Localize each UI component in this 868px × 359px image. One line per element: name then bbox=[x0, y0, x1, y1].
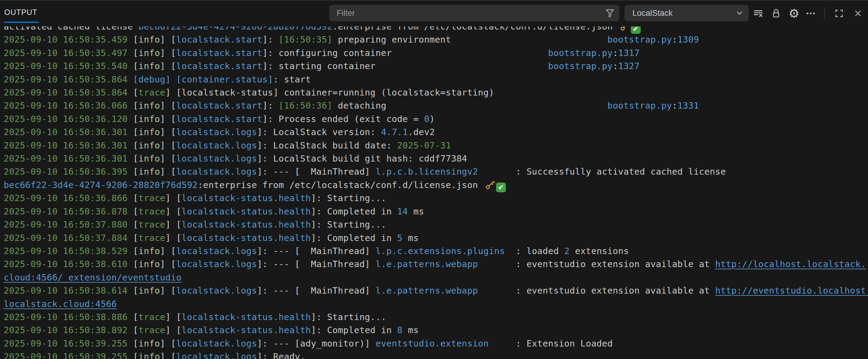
file-link[interactable]: bootstrap.py bbox=[608, 100, 672, 111]
more-actions-icon bbox=[806, 8, 816, 19]
log-line: 2025-09-10 16:50:35.497 [info] [localsta… bbox=[0, 46, 868, 60]
log-text: 2 bbox=[564, 246, 570, 256]
log-text: [ bbox=[133, 351, 138, 359]
file-link[interactable]: 1327 bbox=[618, 61, 640, 71]
log-text: ]: bbox=[257, 140, 273, 151]
log-text: 2025-09-10 16:50:37.884 bbox=[4, 233, 133, 243]
log-text: 2025-09-10 16:50:36.878 bbox=[4, 206, 133, 217]
filter-icon[interactable] bbox=[605, 8, 615, 18]
log-text: localstack.start bbox=[176, 48, 262, 58]
channel-select[interactable]: LocalStack bbox=[624, 5, 749, 21]
panel-header: OUTPUT LocalStack bbox=[0, 0, 868, 27]
file-link[interactable]: bootstrap.py bbox=[548, 48, 613, 58]
log-line: 2025-09-10 16:50:37.880 [trace] [localst… bbox=[0, 218, 868, 231]
log-text: --- [ MainThread] bbox=[273, 246, 376, 256]
log-text: ] [ bbox=[160, 61, 176, 71]
log-line: 2025-09-10 16:50:35.540 [info] [localsta… bbox=[0, 60, 868, 73]
log-text: ]: bbox=[262, 34, 278, 45]
log-text: : loaded bbox=[505, 246, 564, 256]
log-text: [ bbox=[133, 166, 138, 177]
clear-output-button[interactable] bbox=[751, 7, 765, 20]
log-text: Starting... bbox=[327, 219, 386, 230]
log-text: --- [ MainThread] bbox=[273, 285, 376, 296]
log-text: ]: bbox=[262, 48, 278, 58]
url-link[interactable]: http://eventstudio.localhost. bbox=[715, 285, 868, 296]
log-text: trace bbox=[138, 312, 165, 322]
log-text: ]: bbox=[257, 338, 273, 349]
log-text: trace bbox=[138, 219, 165, 230]
log-text: [ bbox=[133, 233, 138, 243]
log-text: l.e.patterns.webapp bbox=[376, 285, 478, 296]
file-link[interactable]: 1331 bbox=[678, 100, 699, 111]
log-text: extensions bbox=[570, 246, 629, 256]
log-text: ms bbox=[403, 325, 419, 335]
gear-icon: ⚙ bbox=[788, 7, 800, 20]
log-text: ]: bbox=[311, 219, 327, 230]
key-emoji bbox=[485, 180, 495, 190]
log-line: 2025-09-10 16:50:37.884 [trace] [localst… bbox=[0, 231, 868, 244]
log-output: activated cached license bec66f22-3d4e-4… bbox=[0, 20, 868, 359]
more-actions-button[interactable] bbox=[804, 7, 817, 20]
log-text: : bbox=[613, 61, 618, 71]
log-text: ms bbox=[403, 233, 419, 243]
log-line: 2025-09-10 16:50:35.864 [debug] [contain… bbox=[0, 73, 868, 86]
log-text: Ready. bbox=[273, 351, 306, 359]
log-text: info bbox=[138, 285, 160, 296]
log-text: ] [ bbox=[160, 140, 176, 151]
log-text: localstack-status.health bbox=[181, 206, 311, 217]
log-text: LocalStack build date: bbox=[273, 140, 397, 151]
log-text: ]: bbox=[311, 206, 327, 217]
log-text: info bbox=[138, 34, 160, 45]
log-text: [ bbox=[133, 34, 138, 45]
log-text: Starting... bbox=[327, 312, 386, 322]
url-link[interactable]: localstack.cloud:4566 bbox=[4, 299, 117, 309]
log-text: info bbox=[138, 338, 160, 349]
log-text: 2025-09-10 16:50:36.866 bbox=[4, 193, 133, 203]
tab-output[interactable]: OUTPUT bbox=[4, 1, 37, 24]
file-link[interactable]: 1309 bbox=[678, 34, 699, 45]
log-text: localstack.start bbox=[176, 34, 262, 45]
log-text bbox=[451, 34, 608, 45]
log-text: info bbox=[138, 61, 160, 71]
log-text: localstack.logs bbox=[176, 166, 257, 177]
log-line: 2025-09-10 16:50:36.395 [info] [localsta… bbox=[0, 165, 868, 178]
log-text: [ bbox=[133, 338, 138, 349]
log-text: l.p.c.b.licensingv2 bbox=[376, 166, 478, 177]
log-text: 2025-09-10 16:50:38.886 bbox=[4, 312, 133, 322]
log-text: [ bbox=[133, 114, 138, 124]
log-text: localstack.start bbox=[176, 61, 262, 71]
log-text: : bbox=[672, 34, 678, 45]
log-text: Starting... bbox=[327, 193, 386, 203]
close-panel-button[interactable] bbox=[851, 7, 865, 20]
file-link[interactable]: bootstrap.py bbox=[548, 61, 613, 71]
file-link[interactable]: 1317 bbox=[618, 48, 640, 58]
log-text: 2025-09-10 16:50:35.864 bbox=[4, 74, 133, 85]
log-text: trace bbox=[138, 233, 165, 243]
filter-input[interactable] bbox=[329, 8, 605, 18]
log-text: .dev2 bbox=[408, 127, 435, 137]
check-emoji: ✔ bbox=[496, 183, 506, 192]
log-text: [ bbox=[133, 100, 138, 111]
log-text: info bbox=[138, 351, 160, 359]
maximize-panel-button[interactable] bbox=[832, 7, 846, 20]
url-link[interactable]: cloud:4566/_extension/eventstudio bbox=[4, 272, 181, 283]
log-text: localstack-status.health bbox=[181, 219, 311, 230]
url-link[interactable]: http://localhost.localstack. bbox=[715, 259, 866, 269]
log-text: [ bbox=[133, 285, 138, 296]
log-text: info bbox=[138, 100, 160, 111]
log-text: ]: bbox=[262, 61, 278, 71]
log-text: 2025-09-10 16:50:38.614 bbox=[4, 285, 133, 296]
log-text: ]: bbox=[257, 246, 273, 256]
log-text: --- [ MainThread] bbox=[273, 259, 376, 269]
file-link[interactable]: bootstrap.py bbox=[608, 34, 672, 45]
log-text: ] [ bbox=[160, 351, 176, 359]
settings-button[interactable]: ⚙ bbox=[787, 7, 801, 20]
log-text: ] [ bbox=[160, 34, 176, 45]
log-text: --- [ady_monitor)] bbox=[273, 338, 376, 349]
log-line: localstack.cloud:4566 bbox=[0, 298, 868, 311]
log-text: 2025-09-10 16:50:38.892 bbox=[4, 325, 133, 335]
log-text: [ bbox=[133, 246, 138, 256]
log-text bbox=[376, 61, 548, 71]
log-text: --- [ MainThread] bbox=[273, 166, 376, 177]
lock-scroll-button[interactable] bbox=[769, 7, 783, 20]
